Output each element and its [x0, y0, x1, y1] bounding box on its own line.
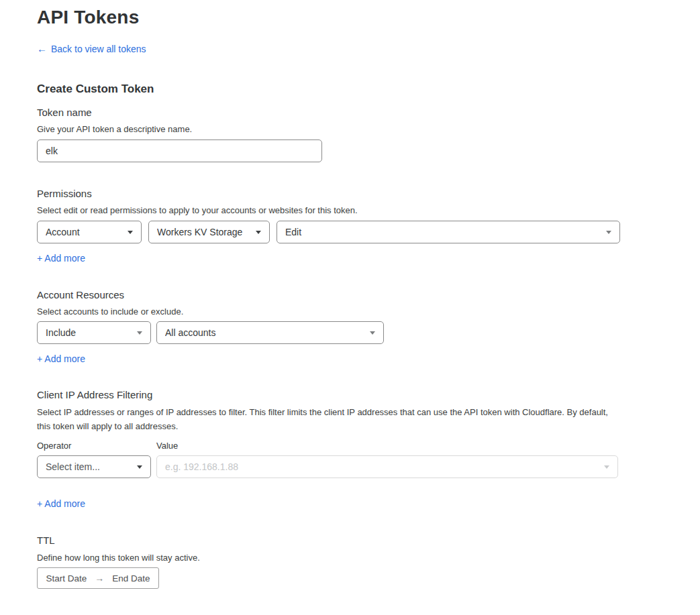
chevron-down-icon: [604, 465, 609, 469]
account-resources-operator-value: Include: [46, 327, 132, 338]
permission-scope-select[interactable]: Account: [37, 221, 142, 243]
ip-filtering-row: Select item... e.g. 192.168.1.88: [37, 455, 700, 478]
chevron-down-icon: [128, 231, 133, 234]
create-custom-token-heading: Create Custom Token: [37, 82, 700, 97]
account-resources-value: All accounts: [165, 327, 364, 338]
ip-filtering-column-labels: Operator Value: [37, 440, 700, 451]
value-column-label: Value: [156, 440, 178, 451]
account-resources-add-more-link[interactable]: + Add more: [37, 353, 85, 365]
permissions-row: Account Workers KV Storage Edit: [37, 221, 700, 243]
page-title: API Tokens: [37, 5, 700, 30]
operator-column-label: Operator: [37, 440, 156, 451]
ip-operator-select[interactable]: Select item...: [37, 455, 151, 478]
permission-access-select[interactable]: Edit: [277, 221, 620, 243]
chevron-down-icon: [137, 331, 142, 335]
ttl-label: TTL: [37, 534, 700, 547]
ttl-help: Define how long this token will stay act…: [37, 552, 700, 563]
permissions-label: Permissions: [37, 187, 700, 200]
arrow-right-icon: →: [95, 573, 104, 583]
back-arrow-icon: ←: [37, 43, 47, 55]
end-date-label: End Date: [112, 573, 150, 583]
api-tokens-page: API Tokens ← Back to view all tokens Cre…: [0, 0, 700, 589]
ip-filtering-help: Select IP addresses or ranges of IP addr…: [37, 405, 611, 433]
ttl-date-range-picker[interactable]: Start Date → End Date: [37, 567, 159, 589]
account-resources-row: Include All accounts: [37, 321, 700, 344]
permission-resource-value: Workers KV Storage: [157, 227, 250, 237]
permission-scope-value: Account: [46, 227, 122, 237]
permission-access-value: Edit: [285, 227, 601, 237]
ip-value-placeholder: e.g. 192.168.1.88: [165, 461, 599, 472]
back-to-tokens-link[interactable]: ← Back to view all tokens: [37, 43, 146, 55]
chevron-down-icon: [606, 231, 611, 234]
ip-value-combo[interactable]: e.g. 192.168.1.88: [156, 455, 618, 478]
account-resources-help: Select accounts to include or exclude.: [37, 306, 700, 317]
ip-operator-placeholder: Select item...: [46, 461, 132, 472]
chevron-down-icon: [256, 231, 261, 234]
token-name-label: Token name: [37, 106, 700, 119]
account-resources-label: Account Resources: [37, 288, 700, 301]
back-link-label: Back to view all tokens: [51, 43, 146, 55]
account-resources-operator-select[interactable]: Include: [37, 321, 151, 344]
permissions-add-more-link[interactable]: + Add more: [37, 252, 85, 264]
token-name-help: Give your API token a descriptive name.: [37, 123, 700, 135]
account-resources-value-select[interactable]: All accounts: [156, 321, 384, 344]
permission-resource-select[interactable]: Workers KV Storage: [148, 221, 270, 243]
ip-filtering-add-more-link[interactable]: + Add more: [37, 498, 85, 510]
start-date-label: Start Date: [46, 573, 87, 583]
chevron-down-icon: [137, 465, 142, 469]
token-name-input[interactable]: [37, 139, 322, 162]
permissions-help: Select edit or read permissions to apply…: [37, 205, 700, 216]
chevron-down-icon: [370, 331, 375, 335]
ip-filtering-label: Client IP Address Filtering: [37, 388, 700, 401]
